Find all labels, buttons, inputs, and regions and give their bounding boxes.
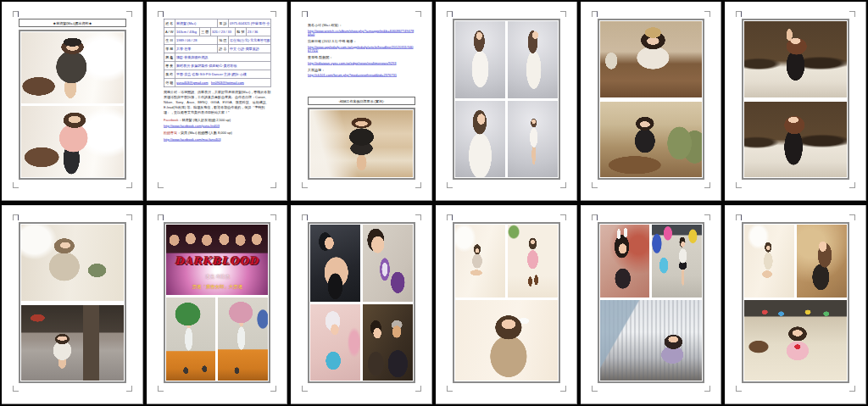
field-value: 平面‧廣告‧造型‧SG‧PG‧Dancer‧主持‧網拍‧小模 [175, 70, 270, 79]
crop-mark-icon [126, 386, 132, 392]
crop-mark-icon [849, 182, 855, 188]
album-link[interactable]: http://www.wretch.cc/album/show.php?i=ma… [308, 29, 414, 36]
field-value: 0975-604321 (中華電信‧全台02/台中) [228, 19, 270, 28]
table-row-email: 信 箱 yuna403@gmail.com hn0903@hotmail.com [164, 79, 270, 87]
photo-frame [598, 19, 705, 180]
crop-mark-icon [270, 11, 276, 17]
photo-white-dress-fullbody [508, 101, 558, 178]
crop-mark-icon [13, 182, 19, 188]
crop-mark-icon [560, 11, 566, 17]
photo-frame [453, 19, 560, 180]
fanpage-label-rest: ：寶貝 (Ma.i) 粉絲團 (人數 8,000 up) [177, 131, 232, 136]
photo-frame [308, 222, 415, 383]
photo-frame [19, 30, 126, 180]
table-row: 興 趣 攝影‧音樂與國外資訊 [164, 53, 270, 62]
profile-table: 姓 名 林資絜 (Ma.i) 電 話 0975-604321 (中華電信‧全台0… [164, 19, 271, 87]
video-link[interactable]: http://edtaiwan.vyeu.com.tw/edge/news/re… [308, 61, 397, 65]
crop-mark-icon [592, 386, 598, 392]
facebook-link[interactable]: http://www.facebook.com/yuna.lin403 [164, 124, 271, 129]
field-value: yuna403@gmail.com hn0903@hotmail.com [175, 79, 270, 87]
table-row: A / W 163cm / 43kg 三 圍 32D / 23 / 33 鞋 號… [164, 28, 270, 36]
page-8[interactable]: DARKBLOOD 達克 布拉德 票選「廣告女郎」大票選 [147, 205, 288, 404]
crop-mark-icon [270, 386, 276, 392]
photo-selfie-with-man-suit [363, 304, 413, 381]
crop-mark-icon [447, 386, 453, 392]
page-7[interactable] [2, 205, 143, 404]
page-4[interactable] [436, 2, 577, 201]
crop-mark-icon [849, 11, 855, 17]
facebook-label: Facebook：林資絜 (個人好友/粉絲 2,500 up) [164, 118, 271, 123]
photo-plaid-dress-holding-cup [455, 300, 558, 381]
page-11[interactable] [581, 205, 722, 404]
page-1[interactable]: ★林資絜(Ma.i)露出資料★ [2, 2, 143, 201]
field-value: 163cm / 43kg [175, 28, 199, 36]
photo-frame [19, 222, 126, 383]
crop-mark-icon [592, 11, 598, 17]
crop-mark-icon [560, 182, 566, 188]
crop-mark-icon [270, 214, 276, 220]
link-label: 蘋果日報 (2012.3.1) 中視 報導： [308, 38, 415, 45]
crop-mark-icon [158, 11, 164, 17]
caption-text: ‧相關工作案例品牌展示 (實況)‧ [309, 97, 415, 105]
darkblood-subtitle: 達克 布拉德 [186, 273, 248, 280]
page-title: ★林資絜(Ma.i)露出資料★ [19, 19, 125, 27]
photo-sitting-floor-bright-room [455, 225, 505, 298]
field-label: 生 日 [164, 36, 175, 45]
email-link[interactable]: hn0903@hotmail.com [211, 81, 244, 85]
table-row: 風 格 平面‧廣告‧造型‧SG‧PG‧Dancer‧主持‧網拍‧小模 [164, 70, 270, 79]
page-10[interactable] [436, 205, 577, 404]
page-title-bar: ★林資絜(Ma.i)露出資料★ [19, 19, 126, 27]
field-label: 三 圍 [199, 28, 210, 36]
page-12[interactable] [725, 205, 866, 404]
field-value: 舞蹈表演‧多媒體製作‧烘焙點心‧美容彩妝 [175, 62, 270, 70]
crop-mark-icon [126, 182, 132, 188]
news-link[interactable]: http://www.appledaily.com.tw/appledaily/… [308, 45, 414, 53]
table-row: 學 歷 大學‧在學 語 言 中文‧台語‧簡單英語 [164, 45, 270, 53]
photo-frame [308, 108, 415, 180]
link-label: 大眾論壇： [308, 67, 415, 74]
link-label: 壹電視-動新聞： [308, 54, 415, 61]
fanpage-label-prefix: 粉絲專頁 [164, 131, 177, 136]
field-label: 鞋 號 [235, 28, 246, 36]
photo-frame [742, 19, 849, 180]
photo-selfie-white-wig-headset [310, 304, 360, 381]
photo-black-top-warm-portrait [797, 225, 847, 298]
forum-link[interactable]: http://ck101.com/forum.php?mod=viewthrea… [308, 74, 397, 78]
crop-mark-icon [158, 182, 164, 188]
crop-mark-icon [560, 214, 566, 220]
crop-mark-icon [447, 11, 453, 17]
photo-darkblood-banner: DARKBLOOD 達克 布拉德 票選「廣告女郎」大票選 [166, 225, 269, 295]
page-9[interactable] [291, 205, 432, 404]
photo-selfie-purple-card [363, 225, 413, 302]
email-link[interactable]: yuna403@gmail.com [176, 81, 209, 85]
page-5[interactable] [581, 2, 722, 201]
crop-mark-icon [270, 182, 276, 188]
field-label: 風 格 [164, 70, 175, 79]
field-label: 信 箱 [164, 79, 175, 87]
field-value: 居住地(台北)‧北北基皆可配合面議(是) [228, 36, 270, 45]
photo-frame [598, 222, 705, 383]
darkblood-logo-text: DARKBLOOD [166, 255, 269, 267]
field-value: 1989 / 06 / 28 [175, 36, 217, 45]
crop-mark-icon [13, 214, 19, 220]
fanpage-link[interactable]: http://www.facebook.com/mai.fans403 [164, 137, 271, 142]
page-6[interactable] [725, 2, 866, 201]
photo-girl-black-dress-store [310, 110, 413, 177]
crop-mark-icon [736, 11, 742, 17]
photo-girl-street-flag-sweater [21, 305, 124, 381]
page-2[interactable]: 姓 名 林資絜 (Ma.i) 電 話 0975-604321 (中華電信‧全台0… [147, 2, 288, 201]
table-row: 專 長 舞蹈表演‧多媒體製作‧烘焙點心‧美容彩妝 [164, 62, 270, 70]
photo-frame [453, 222, 560, 383]
crop-mark-icon [447, 182, 453, 188]
crop-mark-icon [415, 11, 421, 17]
photo-selfie-black-top [310, 225, 360, 302]
page-3[interactable]: 無名小站 (Ma.i 相簿)： http://www.wretch.cc/alb… [291, 2, 432, 201]
crop-mark-icon [704, 386, 710, 392]
table-row: 生 日 1989 / 06 / 28 地 區 居住地(台北)‧北北基皆可配合面議… [164, 36, 270, 45]
crop-mark-icon [158, 214, 164, 220]
link-label: 無名小站 (Ma.i 相簿)： [308, 22, 415, 29]
photo-girl-with-camera-window [21, 225, 124, 301]
crop-mark-icon [13, 386, 19, 392]
photo-city-buildings-railing [600, 300, 703, 381]
photo-girl-plaid-shirt-hat [21, 32, 124, 103]
